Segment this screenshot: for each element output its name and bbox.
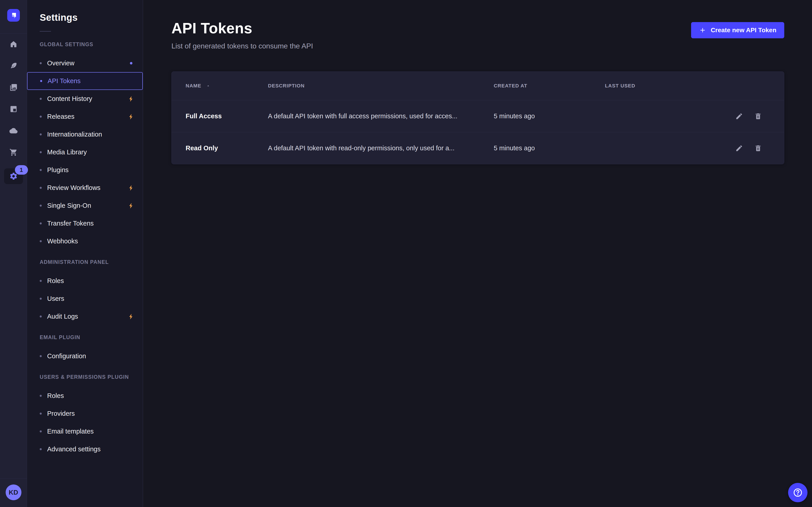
- column-header-label: LAST USED: [605, 83, 636, 89]
- sidebar-item-media-library[interactable]: Media Library: [27, 143, 143, 161]
- subnav-item-list: OverviewAPI TokensContent HistoryRelease…: [27, 54, 143, 250]
- column-header-created-at: CREATED AT: [494, 83, 605, 89]
- rail-item-cloud[interactable]: [8, 125, 19, 136]
- sidebar-item-providers[interactable]: Providers: [27, 405, 143, 422]
- bullet-icon: [40, 431, 42, 433]
- sidebar-item-label: Review Workflows: [47, 184, 100, 191]
- create-api-token-label: Create new API Token: [711, 26, 776, 34]
- table-header-row: NAMEDESCRIPTIONCREATED ATLAST USED: [172, 72, 784, 100]
- sort-asc-icon: [206, 84, 210, 88]
- subnav-title: Settings: [40, 12, 143, 23]
- settings-subnav: Settings GLOBAL SETTINGSOverviewAPI Toke…: [27, 0, 143, 507]
- bullet-icon: [40, 298, 42, 300]
- bullet-icon: [40, 62, 42, 64]
- rail-item-home[interactable]: [8, 39, 19, 50]
- notification-badge: 1: [15, 165, 28, 175]
- rail-item-settings[interactable]: 1: [4, 168, 23, 184]
- sidebar-item-internationalization[interactable]: Internationalization: [27, 125, 143, 143]
- subnav-section-label: ADMINISTRATION PANEL: [40, 259, 135, 265]
- delete-token-button[interactable]: [754, 144, 762, 153]
- column-header-name[interactable]: NAME: [186, 83, 268, 89]
- sidebar-item-label: Media Library: [47, 149, 87, 156]
- layout-icon: [9, 105, 17, 113]
- create-api-token-button[interactable]: Create new API Token: [691, 22, 784, 38]
- pencil-icon: [735, 112, 743, 120]
- edit-token-button[interactable]: [735, 144, 744, 153]
- table-row[interactable]: Full AccessA default API token with full…: [172, 100, 784, 132]
- sidebar-item-users[interactable]: Users: [27, 290, 143, 307]
- subnav-sections: GLOBAL SETTINGSOverviewAPI TokensContent…: [27, 42, 143, 458]
- plus-icon: [699, 26, 706, 34]
- sidebar-item-advanced-settings[interactable]: Advanced settings: [27, 440, 143, 458]
- sidebar-item-roles[interactable]: Roles: [27, 387, 143, 405]
- sidebar-item-label: Providers: [47, 410, 75, 417]
- page-header-text: API Tokens List of generated tokens to c…: [171, 21, 313, 50]
- rail-item-media-library[interactable]: [8, 82, 19, 93]
- token-description: A default API token with read-only permi…: [268, 145, 494, 152]
- token-created-at: 5 minutes ago: [494, 112, 605, 120]
- page-header: API Tokens List of generated tokens to c…: [171, 21, 784, 50]
- sidebar-item-content-history[interactable]: Content History: [27, 90, 143, 108]
- column-header-last-used: LAST USED: [605, 83, 720, 89]
- subnav-section-label: EMAIL PLUGIN: [40, 334, 135, 340]
- subnav-item-list: RolesUsersAudit Logs: [27, 272, 143, 325]
- token-description: A default API token with full access per…: [268, 112, 494, 120]
- sidebar-item-label: Internationalization: [47, 131, 102, 138]
- edit-token-button[interactable]: [735, 112, 744, 121]
- main-content: API Tokens List of generated tokens to c…: [143, 0, 812, 507]
- sidebar-item-roles[interactable]: Roles: [27, 272, 143, 290]
- sidebar-item-label: Audit Logs: [47, 313, 78, 320]
- question-icon: [793, 488, 803, 498]
- strapi-logo-button[interactable]: [7, 9, 20, 22]
- help-button[interactable]: [788, 483, 808, 502]
- column-header-label: NAME: [186, 83, 201, 89]
- rail-bottom: KD: [0, 478, 27, 507]
- bullet-icon: [40, 98, 42, 100]
- rail-item-content-type-builder[interactable]: [8, 103, 19, 115]
- token-name: Read Only: [186, 145, 268, 152]
- rail-item-content-manager[interactable]: [8, 60, 19, 71]
- bullet-icon: [40, 133, 42, 135]
- bolt-icon: [128, 113, 135, 120]
- sidebar-item-configuration[interactable]: Configuration: [27, 347, 143, 365]
- cart-icon: [9, 148, 17, 156]
- sidebar-item-plugins[interactable]: Plugins: [27, 161, 143, 179]
- delete-token-button[interactable]: [754, 112, 762, 121]
- bullet-icon: [40, 187, 42, 189]
- sidebar-item-label: Transfer Tokens: [47, 220, 94, 227]
- bullet-icon: [40, 316, 42, 318]
- notification-dot: [130, 62, 133, 64]
- sidebar-item-webhooks[interactable]: Webhooks: [27, 232, 143, 250]
- bullet-icon: [40, 355, 42, 357]
- sidebar-item-review-workflows[interactable]: Review Workflows: [27, 179, 143, 197]
- subnav-section-label: USERS & PERMISSIONS PLUGIN: [40, 374, 135, 380]
- subnav-section-label: GLOBAL SETTINGS: [40, 42, 135, 48]
- rail-item-marketplace[interactable]: [8, 147, 19, 158]
- sidebar-item-label: Roles: [47, 277, 64, 285]
- sidebar-item-audit-logs[interactable]: Audit Logs: [27, 307, 143, 325]
- sidebar-item-label: Roles: [47, 392, 64, 399]
- sidebar-item-transfer-tokens[interactable]: Transfer Tokens: [27, 215, 143, 232]
- sidebar-item-label: API Tokens: [48, 77, 81, 85]
- sidebar-item-api-tokens[interactable]: API Tokens: [27, 72, 143, 90]
- strapi-logo: [9, 11, 18, 20]
- bullet-icon: [40, 151, 42, 153]
- page-title: API Tokens: [171, 21, 313, 36]
- subnav-section: USERS & PERMISSIONS PLUGINRolesProviders…: [27, 374, 143, 458]
- sidebar-item-releases[interactable]: Releases: [27, 108, 143, 125]
- sidebar-item-single-sign-on[interactable]: Single Sign-On: [27, 197, 143, 215]
- user-avatar[interactable]: KD: [6, 485, 21, 500]
- table-row[interactable]: Read OnlyA default API token with read-o…: [172, 132, 784, 164]
- sidebar-item-overview[interactable]: Overview: [27, 54, 143, 72]
- sidebar-item-label: Single Sign-On: [47, 202, 91, 209]
- bullet-icon: [40, 240, 42, 242]
- table-body: Full AccessA default API token with full…: [172, 100, 784, 164]
- sidebar-item-label: Users: [47, 295, 64, 302]
- sidebar-item-label: Configuration: [47, 352, 86, 360]
- bolt-icon: [128, 184, 135, 191]
- sidebar-item-email-templates[interactable]: Email templates: [27, 422, 143, 440]
- trash-icon: [754, 112, 762, 120]
- column-header-label: DESCRIPTION: [268, 83, 305, 89]
- bullet-icon: [40, 116, 42, 118]
- row-actions: [720, 144, 770, 153]
